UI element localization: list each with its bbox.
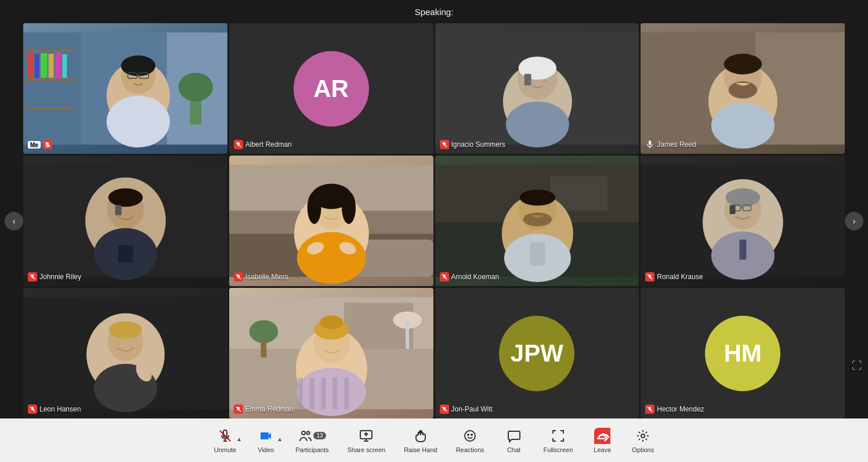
chat-button[interactable]: Chat (494, 418, 534, 462)
expand-icon: ⛶ (852, 360, 862, 372)
svg-rect-43 (118, 246, 133, 263)
participants-count: 13 (313, 432, 326, 439)
svg-point-109 (302, 431, 305, 435)
leave-icon (594, 428, 610, 444)
svg-point-36 (711, 103, 775, 149)
participant-name-ignacio: Ignacio Summers (440, 140, 505, 149)
video-group: Video ▲ (245, 428, 286, 453)
svg-point-112 (465, 431, 475, 441)
svg-point-20 (107, 96, 170, 147)
unmute-chevron[interactable]: ▲ (235, 435, 243, 443)
raise-hand-icon (414, 428, 428, 444)
prev-page-button[interactable]: ‹ (5, 212, 23, 230)
participants-label: Participants (295, 446, 328, 453)
mic-icon-james (645, 140, 654, 149)
svg-point-54 (297, 232, 366, 284)
me-badge: Me (28, 141, 41, 149)
svg-point-63 (519, 189, 555, 205)
participants-button[interactable]: 13 Participants (286, 418, 338, 462)
name-label-text: Hector Mendez (657, 405, 704, 413)
leave-button[interactable]: Leave (582, 418, 623, 462)
svg-rect-1 (23, 33, 81, 145)
name-label-text: Ignacio Summers (451, 140, 505, 149)
avatar-hector: HM (705, 316, 780, 391)
svg-point-110 (307, 431, 310, 434)
chat-label: Chat (507, 446, 520, 453)
svg-rect-10 (62, 55, 67, 78)
svg-rect-77 (740, 240, 747, 260)
options-button[interactable]: Options (623, 418, 663, 462)
fullscreen-icon (551, 428, 565, 444)
svg-point-64 (523, 212, 552, 226)
participant-tile-albert: AR Albert Redman (229, 23, 433, 154)
participant-tile-james: James Reed (641, 23, 845, 154)
mute-icon-me (43, 140, 52, 149)
avatar-jonpaul: JPW (499, 316, 574, 391)
name-label-text: Albert Redman (245, 140, 292, 149)
mute-icon-johnnie (28, 272, 37, 281)
unmute-group: Unmute ▲ (205, 428, 246, 453)
svg-point-26 (518, 57, 556, 80)
participant-name-emma: Emma Redman (234, 405, 294, 414)
participant-name-albert: Albert Redman (234, 140, 292, 149)
svg-point-71 (726, 189, 760, 207)
svg-rect-75 (730, 205, 736, 214)
reactions-label: Reactions (456, 446, 484, 453)
participant-tile-emma: Emma Redman (229, 288, 433, 418)
video-chevron[interactable]: ▲ (276, 435, 284, 443)
mute-icon-leon (28, 405, 37, 414)
svg-point-16 (121, 56, 155, 77)
svg-rect-27 (524, 74, 531, 85)
mute-icon-emma (234, 405, 243, 414)
svg-point-113 (468, 434, 469, 435)
svg-point-53 (342, 192, 356, 223)
participant-tile-me: Me (23, 23, 227, 154)
fullscreen-button[interactable]: Fullscreen (534, 418, 583, 462)
options-label: Options (632, 446, 654, 453)
participant-tile-ignacio: Ignacio Summers (435, 23, 639, 154)
svg-rect-99 (309, 378, 314, 409)
svg-rect-7 (41, 53, 48, 78)
svg-rect-100 (321, 378, 326, 409)
next-page-button[interactable]: › (845, 212, 863, 230)
participant-name-johnnie: Johnnie Riley (28, 272, 81, 281)
svg-point-34 (724, 54, 762, 75)
fullscreen-label: Fullscreen (544, 446, 573, 453)
chat-icon (507, 428, 521, 444)
svg-point-91 (249, 320, 278, 344)
svg-point-52 (308, 192, 321, 223)
participant-name-james: James Reed (645, 140, 696, 149)
svg-rect-101 (332, 378, 337, 409)
name-label-text: Jon-Paul Witt (451, 405, 493, 413)
svg-rect-8 (49, 54, 54, 78)
unmute-icon (218, 428, 232, 444)
mute-icon-isabelle (234, 272, 243, 281)
participant-name-arnold: Arnold Koeman (440, 272, 500, 281)
participant-name-me: Me (28, 140, 52, 149)
svg-point-96 (320, 316, 343, 330)
share-screen-button[interactable]: Share screen (338, 418, 395, 462)
reactions-button[interactable]: Reactions (447, 418, 494, 462)
reactions-icon (463, 428, 477, 444)
svg-point-82 (109, 322, 142, 339)
participant-tile-jonpaul: JPW Jon-Paul Witt (435, 288, 639, 418)
name-label-text: Arnold Koeman (451, 273, 500, 281)
mute-icon-jonpaul (440, 405, 449, 414)
svg-rect-98 (298, 378, 303, 409)
participant-tile-hector: HM Hector Mendez (641, 288, 845, 418)
participant-tile-leon: Leon Hansen (23, 288, 227, 418)
participant-tile-arnold: Arnold Koeman (435, 156, 639, 286)
svg-rect-102 (344, 378, 349, 409)
raise-hand-button[interactable]: Raise Hand (395, 418, 446, 462)
participants-icon: 13 (298, 428, 326, 444)
svg-rect-92 (261, 340, 266, 358)
name-label-text: Leon Hansen (39, 405, 81, 413)
grid-area: ‹ (0, 23, 868, 418)
svg-rect-5 (28, 53, 34, 78)
participant-name-isabelle: Isabelle Miers (234, 272, 288, 281)
options-icon (636, 428, 650, 444)
participant-name-ronald: Ronald Krause (645, 272, 703, 281)
participant-name-leon: Leon Hansen (28, 405, 81, 414)
toolbar: Unmute ▲ Video ▲ 13 Participants (0, 418, 868, 462)
svg-rect-90 (406, 320, 409, 349)
